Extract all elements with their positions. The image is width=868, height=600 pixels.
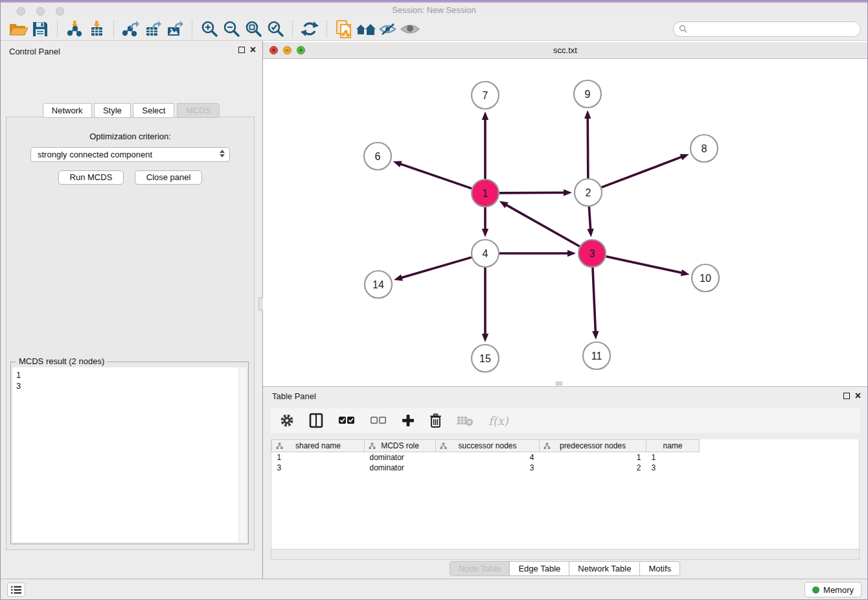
network-window-title: scc.txt	[263, 45, 867, 55]
task-history-button[interactable]	[7, 583, 25, 597]
gear-icon[interactable]	[280, 413, 294, 428]
tab-mcds[interactable]: MCDS	[177, 103, 220, 118]
column-header-MCDS-role[interactable]: MCDS role	[365, 440, 436, 452]
search-icon	[679, 25, 688, 36]
edge-1-2[interactable]	[499, 192, 565, 193]
window-titlebar: Session: New Session	[1, 3, 867, 17]
network-graph[interactable]: 7968124314101511	[263, 59, 865, 386]
column-header-predecessor-nodes[interactable]: predecessor nodes	[540, 440, 646, 452]
chevron-updown-icon	[220, 150, 225, 157]
tab-edge-table[interactable]: Edge Table	[509, 561, 569, 576]
close-panel-button[interactable]: Close panel	[135, 170, 203, 185]
node-label-7: 7	[483, 90, 488, 101]
close-panel-icon[interactable]: ×	[250, 47, 256, 53]
result-scrollbar[interactable]	[238, 367, 247, 542]
run-mcds-button[interactable]: Run MCDS	[58, 170, 124, 185]
import-table-icon[interactable]	[86, 19, 108, 39]
node-label-2: 2	[586, 187, 591, 198]
layout-refresh-icon[interactable]	[299, 19, 321, 39]
delete-table-icon	[457, 415, 474, 426]
mcds-panel: Optimization criterion: strongly connect…	[6, 117, 255, 550]
plus-icon[interactable]	[402, 414, 415, 427]
zoom-fit-icon[interactable]	[242, 19, 264, 39]
table-row[interactable]: 3dominator323	[272, 463, 860, 473]
table-hscrollbar[interactable]	[271, 549, 860, 560]
edge-3-10[interactable]	[606, 257, 683, 273]
arrowhead-icon	[584, 110, 591, 119]
criterion-select[interactable]: strongly connected component	[30, 147, 230, 162]
trash-icon[interactable]	[429, 413, 442, 428]
cell-predecessor-nodes: 1	[540, 452, 646, 463]
mcds-result-list[interactable]: 13	[12, 367, 247, 542]
network-canvas[interactable]: 7968124314101511	[263, 59, 867, 386]
tree-icon	[543, 443, 551, 452]
edge-4-14[interactable]	[400, 257, 472, 278]
node-label-15: 15	[479, 353, 491, 364]
node-label-8: 8	[702, 143, 707, 154]
vertical-split-handle[interactable]	[556, 382, 562, 386]
home-networks-icon[interactable]	[355, 19, 377, 39]
network-file-icon[interactable]	[333, 19, 355, 39]
show-eye-icon[interactable]	[399, 19, 421, 39]
checked-boxes-icon[interactable]	[338, 416, 355, 425]
tab-style[interactable]: Style	[94, 103, 131, 118]
column-header-successor-nodes[interactable]: successor nodes	[436, 440, 540, 452]
table-panel: Table Panel × f(x) shared nameMCDS roles…	[263, 386, 867, 579]
toolbar-separator	[192, 21, 192, 38]
save-icon[interactable]	[29, 19, 51, 39]
tab-motifs[interactable]: Motifs	[639, 561, 680, 576]
close-table-panel-icon[interactable]: ×	[855, 393, 861, 399]
control-panel: Control Panel × Network Style Select MCD…	[1, 41, 263, 579]
function-builder-icon: f(x)	[488, 414, 508, 428]
arrowhead-icon	[393, 161, 402, 167]
edge-3-1[interactable]	[505, 204, 579, 246]
tab-select[interactable]: Select	[133, 103, 174, 118]
edge-3-11[interactable]	[593, 268, 595, 333]
arrowhead-icon	[499, 201, 508, 208]
network-window-titlebar[interactable]: × − + scc.txt	[263, 42, 867, 59]
memory-button[interactable]: Memory	[805, 582, 862, 597]
edge-2-8[interactable]	[602, 156, 683, 187]
tab-network[interactable]: Network	[43, 103, 92, 118]
zoom-selected-icon[interactable]	[264, 19, 286, 39]
cell-name: 1	[646, 452, 700, 463]
arrowhead-icon	[680, 154, 689, 161]
export-table-icon[interactable]	[142, 19, 164, 39]
edge-2-3[interactable]	[589, 207, 590, 231]
cell-predecessor-nodes: 2	[540, 463, 646, 473]
toolbar-separator	[113, 21, 114, 38]
edge-2-9[interactable]	[588, 117, 588, 178]
import-network-icon[interactable]	[63, 19, 86, 39]
open-folder-icon[interactable]	[7, 19, 29, 39]
float-table-panel-icon[interactable]	[843, 393, 850, 399]
hide-eye-icon[interactable]	[377, 19, 399, 39]
zoom-in-icon[interactable]	[198, 19, 220, 39]
toolbar-separator	[292, 21, 293, 38]
edge-1-6[interactable]	[399, 163, 472, 188]
node-label-6: 6	[375, 151, 381, 162]
cell-shared-name: 3	[272, 463, 365, 473]
float-panel-icon[interactable]	[238, 47, 245, 53]
arrowhead-icon	[482, 111, 488, 120]
tab-node-table[interactable]: Node Table	[450, 561, 510, 576]
zoom-out-icon[interactable]	[220, 19, 242, 39]
cell-shared-name: 1	[272, 452, 365, 463]
columns-icon[interactable]	[309, 413, 323, 428]
memory-label: Memory	[823, 585, 854, 595]
table-row[interactable]: 1dominator411	[272, 452, 860, 463]
unchecked-boxes-icon[interactable]	[370, 416, 387, 425]
criterion-value: strongly connected component	[38, 150, 152, 159]
column-header-shared-name[interactable]: shared name	[272, 440, 365, 452]
export-network-icon[interactable]	[120, 19, 142, 39]
search-input[interactable]	[673, 21, 861, 37]
table-panel-title: Table Panel	[272, 391, 316, 401]
mcds-result-node: 3	[16, 380, 243, 391]
main-toolbar	[1, 17, 867, 41]
mcds-result-node: 1	[16, 369, 243, 380]
tab-network-table[interactable]: Network Table	[569, 561, 640, 576]
arrowhead-icon	[681, 270, 690, 276]
column-header-name[interactable]: name	[646, 440, 700, 452]
cell-MCDS-role: dominator	[365, 463, 436, 473]
export-image-icon[interactable]	[164, 19, 186, 39]
arrowhead-icon	[482, 334, 488, 342]
